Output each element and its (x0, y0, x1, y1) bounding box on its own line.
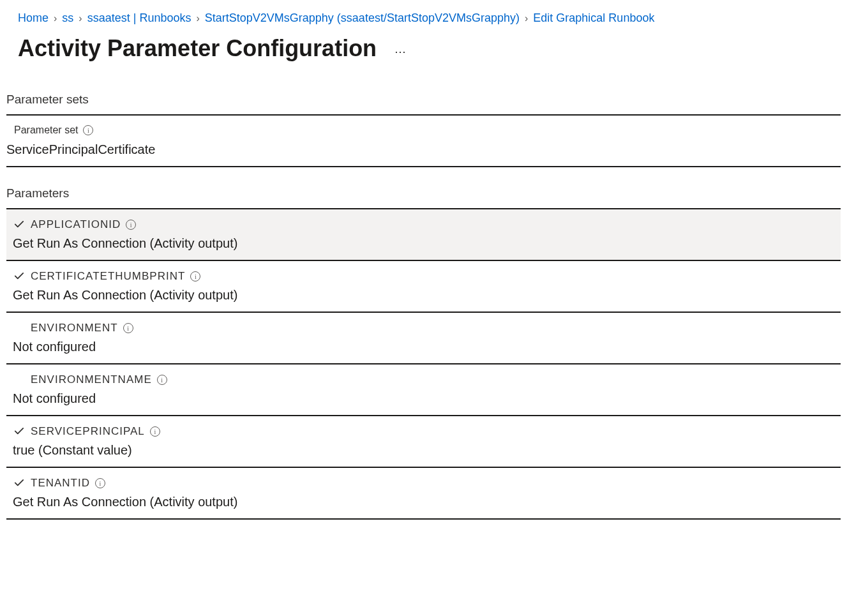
page-title-row: Activity Parameter Configuration ⋯ (18, 35, 841, 62)
breadcrumb-link-ss[interactable]: ss (62, 11, 73, 25)
info-icon[interactable]: i (126, 220, 136, 230)
checkmark-icon (13, 271, 26, 282)
parameter-name: SERVICEPRINCIPAL (31, 425, 145, 438)
parameter-value: Get Run As Connection (Activity output) (6, 283, 841, 303)
parameter-value: true (Constant value) (6, 438, 841, 458)
parameter-row-tenantid[interactable]: TENANTIDiGet Run As Connection (Activity… (6, 468, 841, 520)
breadcrumb-link-runbooks[interactable]: ssaatest | Runbooks (87, 11, 191, 25)
more-actions-icon[interactable]: ⋯ (394, 38, 407, 59)
parameter-value: Not configured (6, 386, 841, 406)
parameter-row-environmentname[interactable]: ENVIRONMENTNAMEiNot configured (6, 364, 841, 416)
parameter-name: CERTIFICATETHUMBPRINT (31, 270, 185, 283)
info-icon[interactable]: i (157, 375, 167, 385)
chevron-right-icon: › (191, 13, 204, 24)
parameter-value: Not configured (6, 334, 841, 354)
chevron-right-icon: › (49, 13, 62, 24)
parameters-header: Parameters (6, 186, 841, 209)
chevron-right-icon: › (520, 13, 533, 24)
parameter-set-value: ServicePrincipalCertificate (6, 137, 841, 167)
parameter-name: APPLICATIONID (31, 218, 121, 231)
info-icon[interactable]: i (95, 478, 105, 488)
parameter-name: ENVIRONMENT (31, 322, 118, 334)
info-icon[interactable]: i (190, 271, 200, 282)
info-icon[interactable]: i (123, 323, 133, 333)
parameter-set-label: Parameter set (14, 124, 78, 136)
info-icon[interactable]: i (83, 125, 93, 135)
page-title: Activity Parameter Configuration (18, 35, 377, 62)
parameter-name: ENVIRONMENTNAME (31, 373, 152, 386)
checkmark-icon (13, 219, 26, 230)
parameter-value: Get Run As Connection (Activity output) (6, 231, 841, 251)
parameter-sets-header: Parameter sets (6, 93, 841, 116)
parameter-set-row[interactable]: Parameter set i ServicePrincipalCertific… (14, 116, 841, 167)
info-icon[interactable]: i (150, 426, 160, 437)
breadcrumb-link-home[interactable]: Home (18, 11, 49, 25)
checkmark-icon (13, 426, 26, 437)
parameter-name: TENANTID (31, 477, 90, 490)
parameter-row-environment[interactable]: ENVIRONMENTiNot configured (6, 313, 841, 364)
parameter-value: Get Run As Connection (Activity output) (6, 490, 841, 509)
parameter-row-applicationid[interactable]: APPLICATIONIDiGet Run As Connection (Act… (6, 209, 841, 261)
parameter-row-serviceprincipal[interactable]: SERVICEPRINCIPALitrue (Constant value) (6, 416, 841, 468)
parameter-row-certificatethumbprint[interactable]: CERTIFICATETHUMBPRINTiGet Run As Connect… (6, 261, 841, 313)
checkmark-icon (13, 477, 26, 489)
chevron-right-icon: › (73, 13, 87, 24)
breadcrumb-link-runbook[interactable]: StartStopV2VMsGrapphy (ssaatest/StartSto… (205, 11, 520, 25)
breadcrumb-link-edit[interactable]: Edit Graphical Runbook (533, 11, 654, 25)
breadcrumb: Home › ss › ssaatest | Runbooks › StartS… (18, 11, 841, 25)
